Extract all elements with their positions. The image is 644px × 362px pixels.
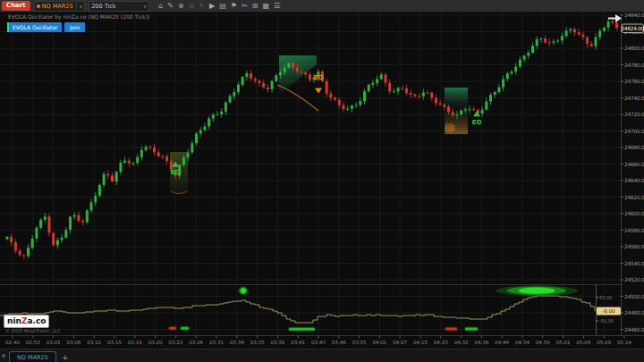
evola-oscillator-button[interactable]: EVOLA Oscillator (7, 22, 62, 32)
flag-icon[interactable]: ⚑ (231, 0, 237, 12)
price-tick-label: 24560.00 (624, 244, 644, 249)
candle (86, 210, 89, 222)
candle (267, 88, 269, 89)
candle (195, 133, 198, 143)
candle (376, 79, 378, 82)
candle (553, 41, 555, 42)
candle (136, 157, 139, 164)
time-tick-label: 03:41 (291, 340, 305, 345)
candle (371, 83, 374, 85)
candle (413, 95, 416, 97)
join-button[interactable]: Join (64, 22, 85, 32)
candle (161, 156, 164, 157)
time-tick-label: 03:35 (250, 340, 265, 345)
candle (14, 242, 17, 250)
candle (250, 73, 252, 79)
candle (506, 73, 509, 79)
candle (581, 35, 584, 38)
candle (77, 215, 80, 222)
candle (245, 73, 248, 77)
candle (216, 114, 219, 115)
pointer-icon[interactable]: ▶ (209, 0, 215, 12)
candle (565, 30, 568, 36)
price-tick-label: 24480.00 (624, 310, 644, 316)
tab-nq-mar25[interactable]: NQ MAR25 (9, 351, 56, 362)
document-icon[interactable]: ▤ (219, 0, 226, 12)
zoom-out-icon[interactable]: ⊖ (189, 0, 195, 12)
price-axis[interactable] (621, 12, 644, 335)
candle (435, 98, 437, 104)
candle (103, 174, 106, 185)
candle (355, 105, 358, 105)
candle (380, 74, 383, 79)
draw-icon[interactable]: ✎ (167, 0, 174, 12)
add-panel-icon[interactable]: ⊞ (252, 0, 258, 12)
candle (548, 42, 551, 43)
candle (531, 46, 534, 53)
candle (544, 38, 547, 42)
chart-canvas[interactable]: 50.00-50.00-8.00EOEOEO24840.0024820.0024… (0, 0, 644, 362)
grid-icon[interactable]: ▦ (262, 0, 269, 12)
scissors-icon[interactable]: ✂ (242, 0, 248, 12)
candle (346, 109, 349, 110)
candle (199, 130, 202, 134)
interval-selector[interactable]: 200 Tick ∨ (89, 1, 149, 12)
add-tab-button[interactable]: + (60, 351, 71, 362)
candle (514, 67, 517, 72)
chevron-down-icon[interactable]: ∨ (144, 2, 148, 11)
price-tick-label: 24760.00 (624, 79, 644, 84)
candle (304, 72, 307, 75)
cursor-icon[interactable]: ↖ (199, 0, 205, 12)
candle (73, 215, 76, 217)
time-tick-label: 03:01 (47, 340, 61, 345)
instrument-selector[interactable]: NQ MAR25 ∨ (34, 1, 86, 12)
candle (301, 72, 303, 72)
tab-strip-dot (2, 354, 5, 358)
oscillator-value: -8.00 (602, 308, 615, 314)
divider (76, 3, 77, 9)
candle (481, 110, 484, 114)
time-tick-label: 03:15 (107, 340, 122, 345)
candle (140, 150, 143, 157)
candle (81, 221, 84, 222)
oscillator-tick-label: 50.00 (599, 295, 612, 300)
candle (569, 29, 572, 31)
candle (385, 74, 387, 82)
candle (111, 175, 114, 181)
candle (343, 105, 345, 109)
candle (145, 147, 148, 149)
candle (422, 93, 425, 97)
candle (69, 217, 72, 231)
zoom-in-icon[interactable]: ⊕ (178, 0, 184, 12)
candle (455, 114, 458, 115)
window-link-label[interactable]: Chart (2, 1, 30, 11)
candle (165, 156, 168, 161)
eo-buy-label: EO (171, 169, 181, 176)
candle (208, 119, 210, 127)
candle (52, 233, 55, 246)
last-price-label: 24824.00 (621, 26, 644, 31)
time-tick-label: 04:07 (393, 340, 407, 345)
instrument-status-dot (37, 4, 40, 8)
candle (351, 105, 353, 108)
indicator-title: EVOLA Oscillator by ninZa.co (NQ MAR25 (… (8, 13, 149, 20)
oscillator-signal-bar (169, 327, 176, 330)
oscillator-dot (518, 288, 555, 294)
list-icon[interactable]: ☰ (274, 0, 280, 12)
candle (132, 164, 135, 164)
candle (94, 196, 97, 202)
candle (539, 38, 542, 39)
home-icon[interactable]: ⌂ (158, 0, 163, 12)
price-tick-label: 24800.00 (624, 46, 644, 51)
ninza-logo[interactable]: ninZa.co (4, 315, 49, 328)
time-tick-label: 04:23 (434, 340, 448, 345)
oscillator-tick-label: -50.00 (599, 318, 614, 324)
time-tick-label: 03:38 (270, 340, 284, 345)
candle (56, 240, 59, 246)
time-tick-label: 04:38 (474, 340, 488, 345)
candle (287, 63, 290, 68)
oscillator-dot (241, 288, 245, 293)
chevron-down-icon[interactable]: ∨ (80, 2, 83, 11)
oscillator-signal-bar (465, 328, 478, 331)
time-tick-label: 05:04 (576, 340, 590, 345)
